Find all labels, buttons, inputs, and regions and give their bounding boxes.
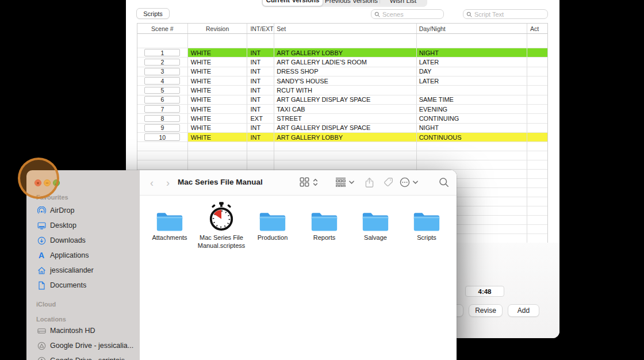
cell-set[interactable]: ART GALLERY LOBBY [274,133,416,142]
empty-table-row[interactable] [137,151,547,160]
cell-revision[interactable]: WHITE [188,67,248,76]
cell-act[interactable] [527,67,547,76]
scene-number-box[interactable]: 3 [144,68,180,75]
scenes-search-field[interactable] [371,9,444,19]
file-scripts[interactable]: Scripts [401,200,453,242]
group-by-button[interactable] [335,177,354,187]
sidebar-item-documents[interactable]: Documents [32,278,136,292]
cell-set[interactable]: ART GALLERY LOBBY [274,48,416,58]
cell-set[interactable]: ART GALLERY DISPLAY SPACE [274,95,416,105]
empty-table-row[interactable] [137,34,547,48]
cell-int-ext[interactable]: INT [247,86,274,95]
scene-number-box[interactable]: 6 [144,96,180,104]
script-text-search-field[interactable] [463,9,548,19]
search-icon [374,12,380,17]
scene-number-box[interactable]: 8 [144,115,180,122]
tab-previous-versions[interactable]: Previous Versions [323,0,379,6]
sidebar-item-google-drive-2[interactable]: Google Drive - scriptais [32,354,136,360]
cell-revision[interactable]: WHITE [188,48,248,58]
tab-wish-list[interactable]: Wish List [379,0,427,6]
scene-number-box[interactable]: 10 [144,133,180,141]
cell-act[interactable] [527,133,547,142]
sidebar-item-applications[interactable]: A Applications [32,248,136,262]
cell-set[interactable]: ART GALLERY DISPLAY SPACE [274,124,416,133]
time-field[interactable]: 4:48 [465,286,504,297]
back-chevron-icon[interactable]: ‹ [150,177,154,189]
cell-revision[interactable]: WHITE [188,124,248,133]
cell-set[interactable]: ART GALLERY LADIE'S ROOM [274,58,416,67]
scenes-search-input[interactable] [382,11,440,18]
sidebar-item-google-drive-1[interactable]: Google Drive - jessicalia... [32,339,136,353]
cell-revision[interactable]: WHITE [188,105,248,114]
cell-day-night[interactable]: NIGHT [417,48,527,58]
cell-act[interactable] [527,105,547,114]
cell-revision[interactable]: WHITE [188,76,248,86]
cell-set[interactable]: DRESS SHOP [274,67,416,76]
scene-number-box[interactable]: 7 [144,105,180,113]
forward-chevron-icon[interactable]: › [166,177,170,189]
scene-number-box[interactable]: 4 [144,77,180,85]
cell-revision[interactable]: WHITE [188,133,248,142]
file-production[interactable]: Production [247,200,298,242]
cell-day-night[interactable]: EVENING [417,105,527,114]
scene-number-box[interactable]: 9 [144,124,180,132]
file-mac-series-file-manual[interactable]: Mac Series File Manual.scriptess [195,200,247,250]
cell-set[interactable]: TAXI CAB [274,105,416,114]
tag-button[interactable] [384,177,393,187]
sidebar-item-desktop[interactable]: Desktop [32,219,136,232]
cell-int-ext[interactable]: INT [247,124,274,133]
cell-int-ext[interactable]: INT [247,105,274,114]
cell-day-night[interactable]: CONTINUOUS [417,133,527,142]
add-button[interactable]: Add [508,304,539,317]
cell-int-ext[interactable]: INT [247,95,274,105]
cell-act[interactable] [527,86,547,95]
cell-set[interactable]: RCUT WITH [274,86,416,95]
cell-revision[interactable]: WHITE [188,114,248,123]
icon-view-button[interactable] [300,177,309,187]
cell-day-night[interactable]: SAME TIME [417,95,527,105]
cell-day-night[interactable]: CONTINUING [417,114,527,123]
cell-int-ext[interactable]: EXT [247,114,274,123]
cell-act[interactable] [527,48,547,58]
scene-number-box[interactable]: 1 [144,49,180,56]
cell-int-ext[interactable]: INT [247,67,274,76]
file-reports[interactable]: Reports [298,200,350,242]
scripts-button[interactable]: Scripts [136,8,170,19]
file-attachments[interactable]: Attachments [144,200,195,242]
view-switch-chevrons-icon[interactable] [313,178,318,187]
cell-act[interactable] [527,114,547,123]
cell-act[interactable] [527,124,547,133]
sidebar-item-downloads[interactable]: Downloads [32,233,136,247]
cell-set[interactable]: STREET [274,114,416,123]
scene-number-box[interactable]: 2 [144,59,180,66]
cell-day-night[interactable]: LATER [417,58,527,67]
more-options-button[interactable] [400,177,418,187]
cell-revision[interactable]: WHITE [188,58,248,67]
cell-int-ext[interactable]: INT [247,76,274,86]
file-salvage[interactable]: Salvage [350,200,401,242]
cell-revision[interactable]: WHITE [188,95,248,105]
cell-act[interactable] [527,76,547,86]
cell-day-night[interactable]: LATER [417,76,527,86]
share-button[interactable] [365,177,374,188]
cell-set[interactable]: SANDY'S HOUSE [274,76,416,86]
cell-revision[interactable]: WHITE [188,86,248,95]
cell-day-night[interactable]: NIGHT [417,124,527,133]
tab-current-versions[interactable]: Current Versions [262,0,323,6]
scene-number-box[interactable]: 5 [144,87,180,94]
cell-int-ext[interactable]: INT [247,48,274,58]
empty-table-row[interactable] [137,160,547,170]
sidebar-item-home[interactable]: jessicaliander [32,263,136,277]
cell-day-night[interactable] [417,86,527,95]
cell-act[interactable] [527,58,547,67]
sidebar-item-airdrop[interactable]: AirDrop [32,204,136,217]
cell-act[interactable] [527,95,547,105]
revise-button[interactable]: Revise [469,304,503,317]
cell-int-ext[interactable]: INT [247,58,274,67]
cell-int-ext[interactable]: INT [247,133,274,142]
script-text-search-input[interactable] [474,11,545,18]
search-button[interactable] [439,177,449,187]
sidebar-item-macintosh-hd[interactable]: Macintosh HD [32,324,136,338]
cell-day-night[interactable]: DAY [417,67,527,76]
empty-table-row[interactable] [137,142,547,151]
